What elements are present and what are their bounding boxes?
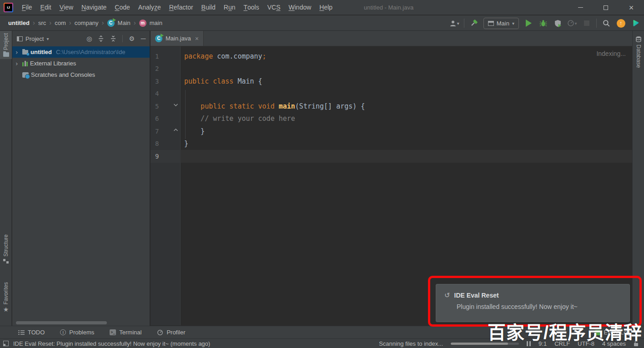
- tool-window-button-terminal[interactable]: >_ Terminal: [110, 329, 141, 336]
- stop-button[interactable]: [582, 18, 592, 29]
- code-line[interactable]: package com.company;: [181, 50, 632, 63]
- maximize-button[interactable]: [593, 0, 619, 15]
- chevron-down-icon: ▾: [457, 21, 459, 26]
- user-account-button[interactable]: ▾: [449, 18, 459, 29]
- terminal-icon: >_: [110, 329, 116, 335]
- tree-row-external-libraries[interactable]: › External Libraries: [12, 58, 150, 69]
- tool-window-button-structure[interactable]: Structure: [0, 232, 12, 266]
- gutter-line[interactable]: 1: [151, 50, 181, 63]
- tool-window-toggle-icon[interactable]: [3, 341, 9, 346]
- tool-window-button-problems[interactable]: ! Problems: [60, 329, 94, 336]
- collapse-all-button[interactable]: [110, 35, 116, 42]
- tree-row-scratches[interactable]: Scratches and Consoles: [12, 69, 150, 80]
- tool-window-button-profiler[interactable]: Profiler: [157, 329, 185, 336]
- intellij-logo-icon: IJ: [4, 3, 13, 12]
- build-button[interactable]: [469, 18, 479, 29]
- stop-icon: [584, 20, 589, 26]
- profiler-button[interactable]: ▾: [567, 18, 577, 29]
- run-with-coverage-button[interactable]: [553, 18, 563, 29]
- debug-button[interactable]: [538, 18, 548, 29]
- editor-body[interactable]: 1 2 3 4 5 6 7 8 9 package com.company; p…: [151, 46, 632, 325]
- search-everywhere-button[interactable]: [601, 18, 611, 29]
- close-button[interactable]: ×: [619, 0, 644, 15]
- favorites-stripe-label: Favorites: [3, 282, 9, 304]
- locate-file-button[interactable]: ◎: [86, 35, 92, 42]
- tab-main-java[interactable]: C Main.java ×: [151, 31, 204, 46]
- gutter-line[interactable]: 5: [151, 100, 181, 113]
- star-icon: ★: [3, 307, 9, 312]
- horizontal-scrollbar[interactable]: [16, 321, 107, 324]
- breadcrumb-com[interactable]: com: [55, 20, 66, 26]
- expand-arrow-icon[interactable]: ›: [15, 49, 20, 56]
- gutter-line[interactable]: 6: [151, 113, 181, 125]
- code-line[interactable]: public static void main(String[] args) {: [181, 100, 632, 113]
- code-line[interactable]: public class Main {: [181, 75, 632, 88]
- code-line[interactable]: // write your code here: [181, 113, 632, 125]
- breadcrumb-src[interactable]: src: [38, 20, 46, 26]
- menu-refactor[interactable]: Refactor: [165, 0, 197, 15]
- menu-edit[interactable]: Edit: [36, 0, 55, 15]
- menu-window[interactable]: Window: [285, 0, 316, 15]
- tool-window-button-favorites[interactable]: Favorites ★: [0, 280, 12, 314]
- menu-help[interactable]: Help: [315, 0, 337, 15]
- code-area[interactable]: package com.company; public class Main {…: [181, 50, 632, 163]
- code-line[interactable]: [181, 88, 632, 100]
- code-line-caret[interactable]: [181, 150, 632, 163]
- code-line[interactable]: [181, 63, 632, 75]
- libraries-icon: [22, 61, 28, 66]
- code-line[interactable]: }: [181, 125, 632, 138]
- menu-file[interactable]: File: [18, 0, 36, 15]
- menu-code[interactable]: Code: [111, 0, 134, 15]
- project-stripe-label: Project: [3, 33, 9, 50]
- breadcrumb-separator-icon: ›: [102, 19, 104, 26]
- fold-collapse-icon[interactable]: [173, 128, 178, 132]
- code-line[interactable]: }: [181, 138, 632, 150]
- breadcrumb-company[interactable]: company: [75, 20, 99, 26]
- menu-run[interactable]: Run: [220, 0, 240, 15]
- fold-collapse-icon[interactable]: [173, 103, 178, 107]
- status-message[interactable]: IDE Eval Reset: Plugin installed success…: [13, 340, 210, 347]
- watermark-text: 百家号/程序员清辞: [488, 318, 642, 344]
- chevron-down-icon: ▾: [512, 21, 514, 26]
- chevron-down-icon: ▾: [46, 36, 49, 41]
- tool-window-button-todo[interactable]: TODO: [18, 329, 45, 336]
- update-available-button[interactable]: ↑: [616, 18, 626, 29]
- expand-all-button[interactable]: [98, 35, 104, 42]
- tool-window-button-database[interactable]: Database: [633, 34, 644, 70]
- run-configuration-select[interactable]: Main ▾: [483, 18, 519, 29]
- window-controls: ×: [568, 0, 644, 15]
- breadcrumb-main-class[interactable]: Main: [118, 20, 131, 26]
- minimize-icon: [578, 7, 583, 8]
- menu-vcs[interactable]: VCS: [263, 0, 285, 15]
- gutter-line[interactable]: 7: [151, 125, 181, 138]
- tree-row-untitled[interactable]: › untitled C:\Users\Administrator\Ide: [12, 46, 150, 58]
- tab-close-icon[interactable]: ×: [195, 35, 199, 42]
- breadcrumb-separator-icon: ›: [49, 19, 51, 26]
- update-arrow-icon: ↑: [617, 19, 625, 28]
- gutter-line[interactable]: 3: [151, 75, 181, 88]
- breadcrumb-untitled[interactable]: untitled: [8, 20, 30, 26]
- menu-build[interactable]: Build: [197, 0, 220, 15]
- gutter-line-caret[interactable]: 9: [151, 150, 181, 163]
- menu-navigate[interactable]: Navigate: [77, 0, 111, 15]
- gutter-line[interactable]: 4: [151, 88, 181, 100]
- gutter-line[interactable]: 2: [151, 63, 181, 75]
- notification-balloon[interactable]: ↺ IDE Eval Reset Plugin installed succes…: [436, 284, 630, 322]
- project-view-selector[interactable]: Project ▾: [17, 35, 49, 42]
- expand-arrow-icon[interactable]: ›: [15, 60, 20, 67]
- menu-tools[interactable]: Tools: [239, 0, 263, 15]
- indexing-status: Indexing...: [596, 50, 626, 57]
- coverage-shield-icon: [554, 20, 562, 27]
- code-with-me-button[interactable]: [630, 18, 640, 29]
- menu-analyze[interactable]: Analyze: [134, 0, 165, 15]
- left-tool-window-stripe: Project Structure Favorites ★: [0, 31, 12, 326]
- hammer-icon: [470, 19, 478, 27]
- menu-view[interactable]: View: [55, 0, 77, 15]
- run-button[interactable]: [523, 18, 533, 29]
- settings-gear-button[interactable]: ⚙: [129, 35, 135, 42]
- hide-panel-button[interactable]: —: [141, 35, 146, 42]
- breadcrumb-main-method[interactable]: main: [150, 20, 162, 26]
- gutter-line[interactable]: 8: [151, 138, 181, 150]
- minimize-button[interactable]: [568, 0, 593, 15]
- tool-window-button-project[interactable]: Project: [0, 31, 12, 59]
